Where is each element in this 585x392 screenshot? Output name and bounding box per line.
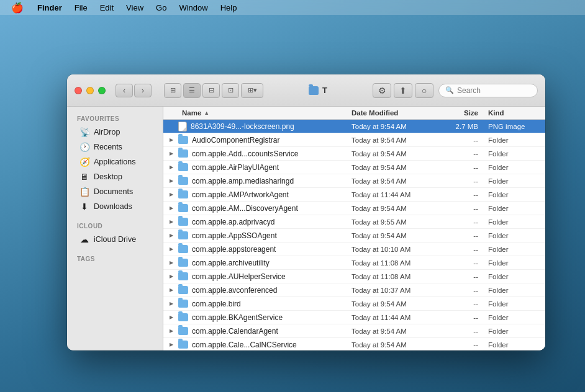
apple-menu[interactable]: 🍎: [5, 0, 30, 15]
sidebar-item-documents[interactable]: 📋 Documents: [70, 184, 160, 199]
file-date-cell: Today at 9:54 AM: [347, 341, 433, 349]
expand-arrow[interactable]: ▶: [168, 314, 175, 321]
table-row[interactable]: ▶ AudioComponentRegistrar Today at 9:54 …: [163, 133, 545, 147]
table-row[interactable]: ▶ com.apple.AM...DiscoveryAgent Today at…: [163, 202, 545, 215]
table-row[interactable]: ▶ com.apple.AMPArtworkAgent Today at 11:…: [163, 188, 545, 202]
finder-window: ‹ › ⊞ ☰ ⊟ ⊡ ⊞▾ T: [67, 74, 545, 350]
expand-arrow[interactable]: ▶: [168, 233, 175, 239]
sidebar-item-desktop[interactable]: 🖥 Desktop: [70, 169, 160, 184]
file-name-cell: ▶ com.apple.AMPArtworkAgent: [163, 190, 347, 199]
column-size[interactable]: Size: [433, 109, 483, 117]
expand-arrow[interactable]: ▶: [168, 219, 175, 225]
column-view-button[interactable]: ⊟: [202, 83, 220, 98]
file-name-text: com.apple.Cale...CalNCService: [192, 341, 297, 349]
file-name-cell: ▶ com.apple.AppSSOAgent: [163, 231, 347, 240]
file-name-text: com.apple.archiveutility: [192, 259, 270, 267]
sidebar-item-recents[interactable]: 🕐 Recents: [70, 140, 160, 154]
table-row[interactable]: ▶ com.apple.Add...ccountsService Today a…: [163, 147, 545, 161]
menu-view[interactable]: View: [121, 0, 148, 15]
file-name-text: com.apple.AUHelperService: [192, 272, 286, 281]
action-settings-button[interactable]: ⚙: [373, 83, 391, 98]
file-date-cell: Today at 9:54 AM: [347, 123, 433, 130]
back-button[interactable]: ‹: [116, 84, 133, 97]
file-name-text: com.apple.CalendarAgent: [192, 327, 278, 336]
table-row[interactable]: ▶ com.apple.bird Today at 9:54 AM -- Fol…: [163, 297, 545, 311]
table-row[interactable]: ▶ com.apple.AppSSOAgent Today at 9:54 AM…: [163, 229, 545, 243]
expand-arrow[interactable]: ▶: [168, 246, 175, 252]
expand-arrow[interactable]: ▶: [168, 192, 175, 198]
sidebar-item-downloads-label: Downloads: [94, 202, 132, 211]
file-list: Name ▲ Date Modified Size Kind 863: [163, 107, 545, 350]
file-name-text: com.apple.AirPlayUIAgent: [192, 163, 279, 172]
expand-arrow[interactable]: ▶: [168, 137, 175, 143]
menu-window[interactable]: Window: [174, 0, 212, 15]
tag-button[interactable]: ○: [415, 83, 433, 98]
icon-view-button[interactable]: ⊞: [164, 83, 181, 98]
expand-arrow[interactable]: ▶: [168, 178, 175, 184]
file-name-cell: 8631A309-49...-lockscreen.png: [163, 122, 347, 131]
close-button[interactable]: [75, 87, 82, 94]
list-view-button[interactable]: ☰: [183, 83, 201, 98]
sidebar-item-desktop-label: Desktop: [94, 172, 122, 181]
settings-icon: ⚙: [378, 86, 386, 96]
group-button[interactable]: ⊞▾: [241, 83, 263, 98]
column-kind[interactable]: Kind: [483, 109, 545, 117]
expand-arrow[interactable]: ▶: [168, 260, 175, 266]
file-date-cell: Today at 11:44 AM: [347, 314, 433, 321]
file-size-cell: --: [433, 136, 483, 144]
table-row[interactable]: ▶ com.apple.appstoreagent Today at 10:10…: [163, 243, 545, 256]
expand-arrow[interactable]: ▶: [168, 205, 175, 212]
sidebar-item-airdrop[interactable]: 📡 AirDrop: [70, 125, 160, 140]
file-name-text: com.apple.Add...ccountsService: [192, 149, 298, 158]
file-date-cell: Today at 11:08 AM: [347, 259, 433, 267]
sidebar-item-recents-label: Recents: [94, 143, 122, 151]
menu-edit[interactable]: Edit: [95, 0, 119, 15]
file-name-cell: ▶ com.apple.CalendarAgent: [163, 327, 347, 336]
search-bar[interactable]: 🔍: [438, 84, 538, 97]
forward-button[interactable]: ›: [134, 84, 152, 97]
expand-arrow[interactable]: ▶: [168, 301, 175, 307]
column-date[interactable]: Date Modified: [347, 109, 433, 117]
file-name-cell: ▶ com.apple.avconferenced: [163, 286, 347, 295]
expand-arrow[interactable]: ▶: [168, 164, 175, 171]
maximize-button[interactable]: [98, 87, 106, 94]
table-row[interactable]: ▶ com.apple.CalendarAgent Today at 9:54 …: [163, 324, 545, 338]
expand-arrow[interactable]: ▶: [168, 342, 175, 348]
folder-icon: [309, 86, 319, 95]
table-row[interactable]: 8631A309-49...-lockscreen.png Today at 9…: [163, 120, 545, 133]
expand-arrow[interactable]: ▶: [168, 287, 175, 293]
nav-buttons: ‹ ›: [116, 84, 152, 97]
expand-arrow[interactable]: ▶: [168, 274, 175, 280]
file-kind-cell: Folder: [483, 218, 545, 226]
file-name-text: com.apple.AMPArtworkAgent: [192, 190, 289, 199]
table-row[interactable]: ▶ com.apple.Cale...CalNCService Today at…: [163, 338, 545, 350]
table-row[interactable]: ▶ com.apple.avconferenced Today at 10:37…: [163, 283, 545, 297]
menu-help[interactable]: Help: [215, 0, 242, 15]
file-kind-cell: Folder: [483, 164, 545, 171]
table-row[interactable]: ▶ com.apple.archiveutility Today at 11:0…: [163, 256, 545, 270]
minimize-button[interactable]: [86, 87, 94, 94]
sidebar-item-icloud-drive[interactable]: ☁ iCloud Drive: [70, 232, 160, 247]
table-row[interactable]: ▶ com.apple.BKAgentService Today at 11:4…: [163, 311, 545, 324]
table-row[interactable]: ▶ com.apple.AirPlayUIAgent Today at 9:54…: [163, 161, 545, 174]
sidebar-item-airdrop-label: AirDrop: [94, 128, 120, 136]
file-kind-cell: Folder: [483, 327, 545, 335]
table-row[interactable]: ▶ com.apple.amp.mediasharingd Today at 9…: [163, 174, 545, 188]
share-icon: ⬆: [399, 86, 407, 96]
file-date-cell: Today at 11:08 AM: [347, 273, 433, 280]
share-button[interactable]: ⬆: [394, 83, 412, 98]
expand-arrow[interactable]: ▶: [168, 151, 175, 157]
expand-arrow[interactable]: ▶: [168, 328, 175, 334]
sidebar-item-applications[interactable]: 🧭 Applications: [70, 154, 160, 169]
table-row[interactable]: ▶ com.apple.ap.adprivacyd Today at 9:55 …: [163, 215, 545, 229]
applications-icon: 🧭: [79, 157, 89, 167]
sidebar-item-downloads[interactable]: ⬇ Downloads: [70, 199, 160, 214]
menu-finder[interactable]: Finder: [32, 0, 67, 15]
cover-flow-button[interactable]: ⊡: [222, 83, 239, 98]
table-row[interactable]: ▶ com.apple.AUHelperService Today at 11:…: [163, 270, 545, 283]
menu-file[interactable]: File: [70, 0, 93, 15]
menu-go[interactable]: Go: [151, 0, 171, 15]
search-input[interactable]: [457, 86, 531, 95]
file-kind-cell: Folder: [483, 314, 545, 321]
column-name[interactable]: Name ▲: [163, 109, 347, 117]
